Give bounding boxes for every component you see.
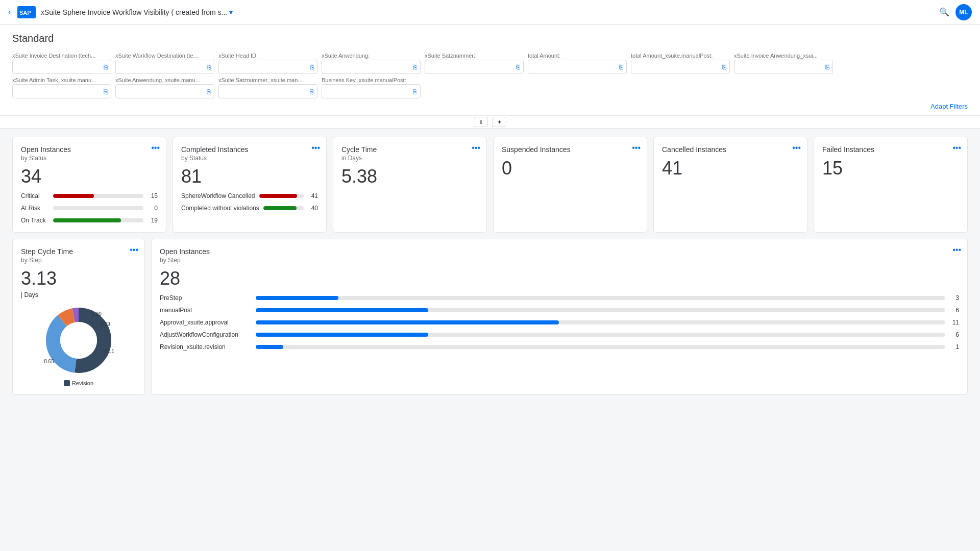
filter-label-xsuite-invoice-anwendung: xSuite Invoice Anwendung_xsui... (734, 53, 833, 59)
bar-item: Critical 15 (21, 192, 158, 199)
card-menu-failed-instances[interactable]: ••• (952, 143, 961, 153)
step-cycle-menu[interactable]: ••• (130, 245, 138, 255)
bar-label: Completed without violations (181, 205, 259, 212)
filter-input-xsuite-anwendung-manual[interactable] (119, 88, 205, 95)
filter-field-xsuite-anwendung-manual: xSuite Anwendung_xsuite.manu... ⎘ (115, 77, 214, 98)
filter-input-wrap-xsuite-anwendung-manual[interactable]: ⎘ (115, 84, 214, 98)
header-search-icon[interactable]: 🔍 (939, 7, 949, 17)
copy-icon-xsuite-invoice-anwendung[interactable]: ⎘ (825, 63, 829, 71)
open-instances-step-title: Open Instances (160, 247, 959, 256)
copy-icon-xsuite-anwendung[interactable]: ⎘ (413, 63, 417, 71)
bar-item: On Track 19 (21, 217, 158, 224)
copy-icon-total-amount-xsuite-manual-post[interactable]: ⎘ (722, 63, 726, 71)
step-bar-item: PreStep 3 (160, 294, 959, 302)
bar-count: 40 (308, 205, 318, 212)
card-menu-open-instances[interactable]: ••• (151, 143, 160, 153)
filter-input-wrap-business-key-manual-post[interactable]: ⎘ (322, 84, 421, 98)
card-number-cycle-time: 5.38 (341, 166, 478, 187)
filter-field-xsuite-satznummer: xSuite Satznummer: ⎘ (425, 53, 524, 74)
filter-label-xsuite-admin-task: xSuite Admin Task_xsuite.manu... (12, 77, 111, 83)
filter-label-xsuite-head-id: xSuite Head ID: (218, 53, 317, 59)
user-avatar[interactable]: ML (955, 4, 972, 20)
filter-input-total-amount-xsuite-manual-post[interactable] (634, 63, 720, 71)
filter-input-xsuite-anwendung[interactable] (325, 63, 411, 71)
filter-input-wrap-xsuite-workflow-destination[interactable]: ⎘ (115, 60, 214, 74)
copy-icon-total-amount[interactable]: ⎘ (619, 63, 623, 71)
filter-input-xsuite-invoice-anwendung[interactable] (738, 63, 823, 71)
filter-input-wrap-xsuite-invoice-anwendung[interactable]: ⎘ (734, 60, 833, 74)
bar-count: 15 (148, 192, 158, 199)
filter-field-xsuite-admin-task: xSuite Admin Task_xsuite.manu... ⎘ (12, 77, 111, 98)
step-bar-count: 3 (949, 294, 959, 302)
title-text: xSuite Sphere Invoice Workflow Visibilit… (41, 8, 227, 16)
card-subtitle-open-instances: by Status (21, 155, 158, 162)
back-button[interactable]: ‹ (8, 7, 11, 17)
filter-input-wrap-xsuite-invoice-destination[interactable]: ⎘ (12, 60, 111, 74)
filter-label-total-amount-xsuite-manual-post: total Amount_xsuite.manualPost: (631, 53, 730, 59)
filter-field-xsuite-invoice-anwendung: xSuite Invoice Anwendung_xsui... ⎘ (734, 53, 833, 74)
filter-input-wrap-xsuite-admin-task[interactable]: ⎘ (12, 84, 111, 98)
filter-field-xsuite-workflow-destination: xSuite Workflow Destination (te... ⎘ (115, 53, 214, 74)
filter-input-wrap-xsuite-satznummer-manual[interactable]: ⎘ (218, 84, 317, 98)
step-cycle-time-card: Step Cycle Time by Step ••• 3.13 | Days (12, 239, 145, 395)
card-menu-completed-instances[interactable]: ••• (311, 143, 320, 153)
filter-input-xsuite-admin-task[interactable] (16, 88, 102, 95)
copy-icon-business-key-manual-post[interactable]: ⎘ (413, 88, 417, 95)
filter-input-wrap-xsuite-satznummer[interactable]: ⎘ (425, 60, 524, 74)
sap-logo: SAP (17, 6, 36, 18)
legend-revision-box (64, 380, 70, 386)
open-instances-step-number: 28 (160, 268, 959, 289)
card-suspended-instances: Suspended Instances ••• 0 (493, 137, 647, 233)
filter-input-xsuite-invoice-destination[interactable] (16, 63, 102, 71)
filter-field-xsuite-head-id: xSuite Head ID: ⎘ (218, 53, 317, 74)
copy-icon-xsuite-satznummer[interactable]: ⎘ (516, 63, 520, 71)
filter-actions: Adapt Filters (12, 102, 968, 113)
filter-field-business-key-manual-post: Business Key_xsuite.manualPost: ⎘ (322, 77, 421, 98)
collapse-up-button[interactable]: ⇧ (474, 117, 488, 127)
step-bar-fill (256, 296, 338, 300)
copy-icon-xsuite-head-id[interactable]: ⎘ (310, 63, 314, 71)
app-header: ‹ SAP xSuite Sphere Invoice Workflow Vis… (0, 0, 980, 24)
bar-fill (263, 206, 297, 210)
adapt-filters-button[interactable]: Adapt Filters (930, 103, 968, 110)
card-menu-suspended-instances[interactable]: ••• (632, 143, 641, 153)
copy-icon-xsuite-invoice-destination[interactable]: ⎘ (104, 63, 108, 71)
filter-row-2: xSuite Admin Task_xsuite.manu... ⎘ xSuit… (12, 77, 968, 98)
filter-input-total-amount[interactable] (531, 63, 617, 71)
card-title-completed-instances: Completed Instances (181, 145, 318, 154)
filter-input-wrap-total-amount[interactable]: ⎘ (528, 60, 627, 74)
copy-icon-xsuite-admin-task[interactable]: ⎘ (104, 88, 108, 95)
step-cycle-title: Step Cycle Time (21, 247, 136, 256)
copy-icon-xsuite-anwendung-manual[interactable]: ⎘ (207, 88, 211, 95)
filter-input-xsuite-workflow-destination[interactable] (119, 63, 205, 71)
donut-legend: Revision (64, 380, 93, 386)
step-bar-track (256, 296, 945, 300)
card-title-open-instances: Open Instances (21, 145, 158, 154)
copy-icon-xsuite-workflow-destination[interactable]: ⎘ (207, 63, 211, 71)
pin-button[interactable]: ✦ (492, 117, 506, 127)
filter-input-business-key-manual-post[interactable] (325, 88, 411, 95)
bar-track (53, 218, 143, 222)
card-menu-cancelled-instances[interactable]: ••• (792, 143, 801, 153)
header-dropdown-chevron[interactable]: ▾ (229, 8, 233, 16)
bar-item: Completed without violations 40 (181, 205, 318, 212)
copy-icon-xsuite-satznummer-manual[interactable]: ⎘ (310, 88, 314, 95)
card-title-failed-instances: Failed Instances (822, 145, 959, 154)
dashboard: Open Instances by Status ••• 34 Critical… (0, 129, 980, 551)
bar-label: SphereWorkflow Cancelled (181, 192, 255, 199)
open-instances-step-menu[interactable]: ••• (952, 245, 961, 255)
filter-input-xsuite-satznummer[interactable] (428, 63, 514, 71)
filter-input-wrap-xsuite-head-id[interactable]: ⎘ (218, 60, 317, 74)
filter-input-xsuite-satznummer-manual[interactable] (222, 88, 308, 95)
filter-label-xsuite-satznummer: xSuite Satznummer: (425, 53, 524, 59)
card-menu-cycle-time[interactable]: ••• (472, 143, 480, 153)
donut-svg: 1.90 0.69 6.11 8.65 (43, 305, 114, 376)
filter-bar: xSuite Invoice Destination (tech... ⎘ xS… (0, 48, 980, 116)
filter-input-wrap-xsuite-anwendung[interactable]: ⎘ (322, 60, 421, 74)
bar-count: 41 (308, 192, 318, 199)
bar-track (53, 206, 143, 210)
card-title-cycle-time: Cycle Time (341, 145, 478, 154)
filter-input-xsuite-head-id[interactable] (222, 63, 308, 71)
filter-input-wrap-total-amount-xsuite-manual-post[interactable]: ⎘ (631, 60, 730, 74)
card-title-cancelled-instances: Cancelled Instances (662, 145, 799, 154)
